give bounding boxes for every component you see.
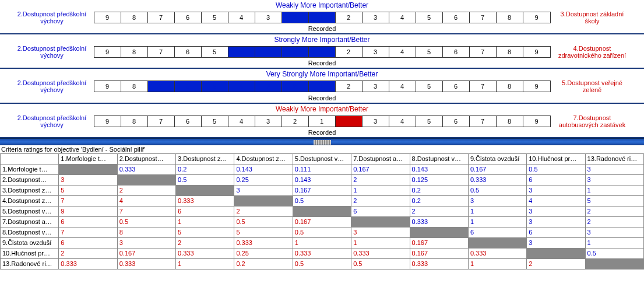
matrix-col-header[interactable]: 9.Čistota ovzduší	[468, 153, 526, 164]
scale-cell-right-3[interactable]: 3	[363, 81, 389, 92]
matrix-cell[interactable]: 0.5	[585, 248, 643, 258]
matrix-row-header[interactable]: 5.Dostupnost v…	[1, 206, 59, 216]
matrix-col-header[interactable]: 13.Radonové ri…	[585, 153, 643, 164]
matrix-cell[interactable]: 4	[527, 195, 585, 206]
matrix-cell[interactable]: 0.167	[117, 248, 175, 258]
scale-cell-left-9[interactable]: 9	[94, 81, 121, 92]
scale-cell-right-7[interactable]: 7	[470, 47, 497, 57]
matrix-cell[interactable]: 2	[234, 206, 293, 216]
matrix-cell[interactable]: 1	[585, 185, 643, 195]
scale-cell-right-8[interactable]: 8	[497, 81, 523, 92]
matrix-cell[interactable]: 0.5	[293, 195, 351, 206]
matrix-cell[interactable]: 6	[527, 174, 585, 185]
matrix-cell[interactable]: 6	[59, 237, 117, 248]
matrix-cell[interactable]: 0.333	[410, 258, 468, 269]
matrix-cell[interactable]: 4	[117, 195, 175, 206]
matrix-cell[interactable]: 3	[527, 185, 585, 195]
matrix-cell[interactable]: 0.143	[410, 164, 468, 174]
matrix-row-header[interactable]: 3.Dostupnost z…	[1, 185, 59, 195]
scale-cell-right-6[interactable]: 6	[443, 12, 470, 23]
matrix-cell[interactable]: 3	[527, 237, 585, 248]
scale-cell-left-8[interactable]: 8	[121, 81, 148, 92]
matrix-cell[interactable]	[117, 174, 175, 185]
matrix-cell[interactable]: 0.333	[468, 174, 526, 185]
matrix-cell[interactable]: 0.5	[117, 216, 175, 227]
matrix-cell[interactable]: 3	[59, 174, 117, 185]
scale-cell-right-5[interactable]: 5	[416, 116, 443, 127]
matrix-cell[interactable]: 0.167	[293, 216, 351, 227]
matrix-cell[interactable]: 3	[351, 227, 410, 237]
matrix-cell[interactable]: 5	[59, 185, 117, 195]
scale-cell-right-2[interactable]: 2	[336, 47, 363, 57]
matrix-cell[interactable]: 2	[176, 237, 234, 248]
scale-cell-right-9[interactable]: 9	[523, 12, 550, 23]
matrix-cell[interactable]: 0.143	[234, 164, 293, 174]
scale-cell-right-8[interactable]: 8	[497, 12, 523, 23]
scale-cell-left-1[interactable]: 1	[309, 47, 336, 57]
matrix-cell[interactable]: 7	[59, 195, 117, 206]
scale-cell-left-3[interactable]: 3	[255, 12, 282, 23]
matrix-cell[interactable]: 0.2	[234, 258, 293, 269]
scale-cell-right-9[interactable]: 9	[523, 47, 550, 57]
comparison-scale[interactable]: 98765432123456789	[94, 80, 551, 92]
matrix-cell[interactable]: 1	[351, 185, 410, 195]
matrix-cell[interactable]: 3	[117, 237, 175, 248]
scale-cell-right-4[interactable]: 4	[389, 81, 416, 92]
matrix-cell[interactable]: 6	[59, 216, 117, 227]
matrix-cell[interactable]: 6	[176, 206, 234, 216]
matrix-cell[interactable]: 6	[351, 206, 410, 216]
matrix-cell[interactable]: 0.333	[176, 195, 234, 206]
matrix-cell[interactable]: 6	[527, 227, 585, 237]
matrix-cell[interactable]: 0.5	[293, 227, 351, 237]
scale-cell-right-7[interactable]: 7	[470, 81, 497, 92]
splitter-bar[interactable]	[0, 138, 644, 145]
matrix-cell[interactable]: 0.5	[176, 174, 234, 185]
scale-cell-left-2[interactable]: 2	[282, 47, 309, 57]
scale-cell-left-8[interactable]: 8	[121, 116, 148, 127]
comparison-scale[interactable]: 98765432123456789	[94, 116, 551, 127]
scale-cell-left-5[interactable]: 5	[202, 12, 228, 23]
matrix-cell[interactable]: 0.333	[351, 248, 410, 258]
scale-cell-right-3[interactable]: 3	[363, 116, 389, 127]
scale-cell-right-2[interactable]: 2	[336, 12, 363, 23]
matrix-row-header[interactable]: 9.Čistota ovzduší	[1, 237, 59, 248]
matrix-cell[interactable]	[468, 237, 526, 248]
scale-cell-right-4[interactable]: 4	[389, 12, 416, 23]
matrix-cell[interactable]: 2	[351, 195, 410, 206]
scale-cell-left-7[interactable]: 7	[148, 12, 175, 23]
scale-cell-left-4[interactable]: 4	[228, 12, 255, 23]
scale-cell-left-1[interactable]: 1	[309, 116, 336, 127]
matrix-cell[interactable]: 0.5	[234, 216, 293, 227]
matrix-cell[interactable]: 0.333	[234, 237, 293, 248]
matrix-cell[interactable]: 1	[176, 258, 234, 269]
matrix-col-header[interactable]: 1.Morfologie t…	[59, 153, 117, 164]
matrix-cell[interactable]: 0.25	[234, 248, 293, 258]
matrix-cell[interactable]: 3	[585, 174, 643, 185]
matrix-cell[interactable]: 0.2	[410, 185, 468, 195]
scale-cell-right-8[interactable]: 8	[497, 47, 523, 57]
comparison-scale[interactable]: 98765432123456789	[94, 46, 551, 58]
matrix-cell[interactable]: 0.125	[410, 174, 468, 185]
splitter-grip[interactable]	[314, 140, 331, 145]
matrix-cell[interactable]: 0.333	[410, 216, 468, 227]
scale-cell-right-5[interactable]: 5	[416, 81, 443, 92]
scale-cell-left-6[interactable]: 6	[175, 81, 202, 92]
scale-cell-left-5[interactable]: 5	[202, 116, 228, 127]
scale-cell-right-3[interactable]: 3	[363, 12, 389, 23]
scale-cell-left-7[interactable]: 7	[148, 47, 175, 57]
matrix-cell[interactable]: 1	[468, 206, 526, 216]
matrix-cell[interactable]: 0.333	[117, 164, 175, 174]
scale-cell-left-1[interactable]: 1	[309, 12, 336, 23]
matrix-row-header[interactable]: 10.Hlučnost pr…	[1, 248, 59, 258]
matrix-cell[interactable]: 3	[234, 185, 293, 195]
matrix-cell[interactable]: 0.25	[234, 174, 293, 185]
scale-cell-left-6[interactable]: 6	[175, 116, 202, 127]
scale-cell-left-6[interactable]: 6	[175, 47, 202, 57]
matrix-cell[interactable]	[176, 185, 234, 195]
matrix-cell[interactable]: 0.2	[410, 195, 468, 206]
scale-cell-left-9[interactable]: 9	[94, 47, 121, 57]
scale-cell-left-2[interactable]: 2	[282, 12, 309, 23]
matrix-cell[interactable]: 0.333	[59, 258, 117, 269]
scale-cell-right-4[interactable]: 4	[389, 116, 416, 127]
matrix-cell[interactable]: 3	[585, 164, 643, 174]
